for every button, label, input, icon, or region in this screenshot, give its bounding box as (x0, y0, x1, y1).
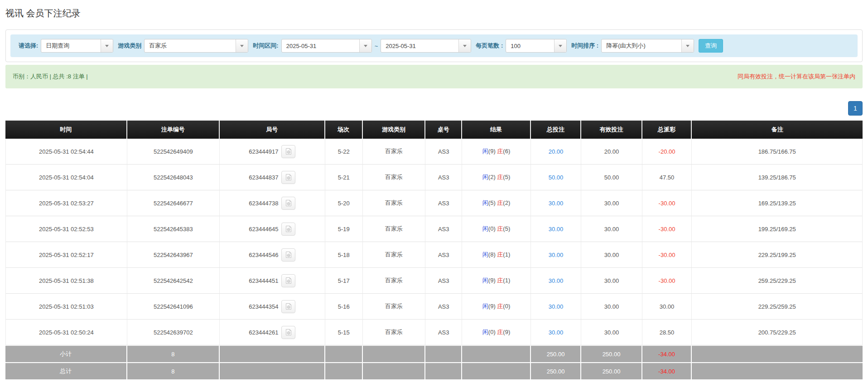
time-sort-dropdown[interactable]: 降幂(由大到小) (601, 39, 694, 53)
time-cell: 2025-05-31 02:53:27 (5, 190, 127, 216)
round-number: 623444917 (249, 148, 278, 155)
round-number: 623444546 (249, 252, 278, 258)
valid-bet-cell: 30.00 (581, 242, 642, 268)
game-type-value: 百家乐 (145, 39, 236, 52)
summary-valid-bet-cell: 250.00 (581, 345, 642, 363)
table-no-cell: AS3 (425, 165, 462, 190)
page-size-dropdown[interactable]: 100 (506, 39, 567, 53)
col-round: 局号 (220, 121, 325, 139)
result-cell: 闲(2) 庄(5) (462, 165, 530, 190)
chevron-down-icon[interactable] (681, 39, 694, 52)
date-from-picker[interactable]: 2025-05-31 (281, 39, 372, 53)
bet-id-cell: 522542645383 (127, 216, 220, 242)
page-title: 视讯 会员下注纪录 (5, 7, 863, 19)
table-body: 2025-05-31 02:54:44 522542649409 6234449… (5, 139, 863, 345)
empty-cell (325, 363, 363, 380)
player-result: 闲 (482, 225, 488, 232)
round-number: 623444837 (249, 174, 278, 181)
game-type-dropdown[interactable]: 百家乐 (144, 39, 248, 53)
table-no-cell: AS3 (425, 294, 462, 320)
page-size-label: 每页笔数 : (476, 42, 503, 50)
video-replay-button[interactable] (281, 145, 295, 158)
table-row: 2025-05-31 02:51:38 522542642542 6234444… (5, 268, 863, 294)
select-type-dropdown[interactable]: 日期查询 (41, 39, 113, 53)
video-replay-button[interactable] (281, 274, 295, 287)
note-cell: 259.25/229.25 (692, 268, 863, 294)
player-result: 闲 (482, 303, 488, 310)
game-type-cell: 百家乐 (363, 320, 425, 345)
payout-cell: -20.00 (642, 139, 692, 165)
round-number: 623444354 (249, 303, 278, 310)
banker-score: (0) (503, 303, 510, 310)
summary-valid-bet-cell: 250.00 (581, 363, 642, 380)
table-no-cell: AS3 (425, 242, 462, 268)
table-row: 2025-05-31 02:53:27 522542646677 6234447… (5, 190, 863, 216)
search-button[interactable]: 查询 (699, 39, 723, 53)
session-cell: 5-20 (325, 190, 363, 216)
valid-bet-cell: 30.00 (581, 216, 642, 242)
col-bet-id: 注单编号 (127, 121, 220, 139)
result-cell: 闲(9) 庄(0) (462, 294, 530, 320)
col-time: 时间 (5, 121, 127, 139)
total-bet-link[interactable]: 20.00 (531, 139, 582, 165)
chevron-down-icon[interactable] (554, 39, 566, 52)
page-1-button[interactable]: 1 (848, 101, 863, 116)
chevron-down-icon[interactable] (359, 39, 371, 52)
total-bet-link[interactable]: 30.00 (531, 216, 582, 242)
banker-result: 庄 (497, 148, 503, 155)
total-bet-link[interactable]: 30.00 (531, 268, 582, 294)
total-bet-link[interactable]: 30.00 (531, 242, 582, 268)
chevron-down-icon[interactable] (236, 39, 248, 52)
select-type-value: 日期查询 (41, 39, 101, 52)
total-bet-link[interactable]: 30.00 (531, 294, 582, 320)
filter-strip: 请选择: 日期查询 游戏类别 百家乐 时间区间: 2025-05-31 ~ 20… (10, 34, 858, 57)
valid-bet-cell: 50.00 (581, 165, 642, 190)
empty-cell (363, 363, 425, 380)
video-replay-button[interactable] (281, 248, 295, 262)
table-row: 2025-05-31 02:52:17 522542643967 6234445… (5, 242, 863, 268)
banker-score: (2) (503, 199, 510, 206)
round-cell: 623444546 (220, 242, 325, 268)
video-replay-button[interactable] (281, 171, 295, 184)
game-type-cell: 百家乐 (363, 268, 425, 294)
table-no-cell: AS3 (425, 139, 462, 165)
video-replay-button[interactable] (281, 197, 295, 210)
valid-bet-cell: 30.00 (581, 294, 642, 320)
chevron-down-icon[interactable] (101, 39, 113, 52)
video-file-icon (285, 225, 292, 233)
session-cell: 5-15 (325, 320, 363, 345)
filter-panel: 请选择: 日期查询 游戏类别 百家乐 时间区间: 2025-05-31 ~ 20… (5, 29, 863, 62)
player-result: 闲 (482, 277, 488, 284)
player-result: 闲 (482, 199, 488, 206)
table-row: 2025-05-31 02:54:44 522542649409 6234449… (5, 139, 863, 165)
video-replay-button[interactable] (281, 326, 295, 339)
bet-id-cell: 522542643967 (127, 242, 220, 268)
video-replay-button[interactable] (281, 300, 295, 313)
total-bet-link[interactable]: 30.00 (531, 320, 582, 345)
summary-payout-cell: -34.00 (642, 345, 692, 363)
empty-cell (692, 363, 863, 380)
player-result: 闲 (482, 329, 488, 335)
chevron-down-icon[interactable] (458, 39, 471, 52)
total-bet-link[interactable]: 30.00 (531, 190, 582, 216)
banker-score: (6) (503, 148, 510, 155)
summary-count-cell: 8 (127, 345, 220, 363)
date-from-value: 2025-05-31 (282, 39, 359, 52)
session-cell: 5-16 (325, 294, 363, 320)
date-to-picker[interactable]: 2025-05-31 (381, 39, 471, 53)
table-row: 2025-05-31 02:54:04 522542648043 6234448… (5, 165, 863, 190)
valid-bet-cell: 30.00 (581, 320, 642, 345)
session-cell: 5-18 (325, 242, 363, 268)
time-cell: 2025-05-31 02:50:24 (5, 320, 127, 345)
currency-total-text: 币别：人民币 | 总共 :8 注单 | (13, 73, 88, 81)
col-valid-bet: 有效投注 (581, 121, 642, 139)
result-cell: 闲(0) 庄(5) (462, 216, 530, 242)
total-bet-link[interactable]: 50.00 (531, 165, 582, 190)
banker-result: 庄 (497, 225, 503, 232)
video-replay-button[interactable] (281, 223, 295, 236)
col-note: 备注 (692, 121, 863, 139)
game-type-cell: 百家乐 (363, 216, 425, 242)
banker-score: (5) (503, 174, 510, 180)
summary-total-bet-cell: 250.00 (531, 363, 582, 380)
time-cell: 2025-05-31 02:51:03 (5, 294, 127, 320)
